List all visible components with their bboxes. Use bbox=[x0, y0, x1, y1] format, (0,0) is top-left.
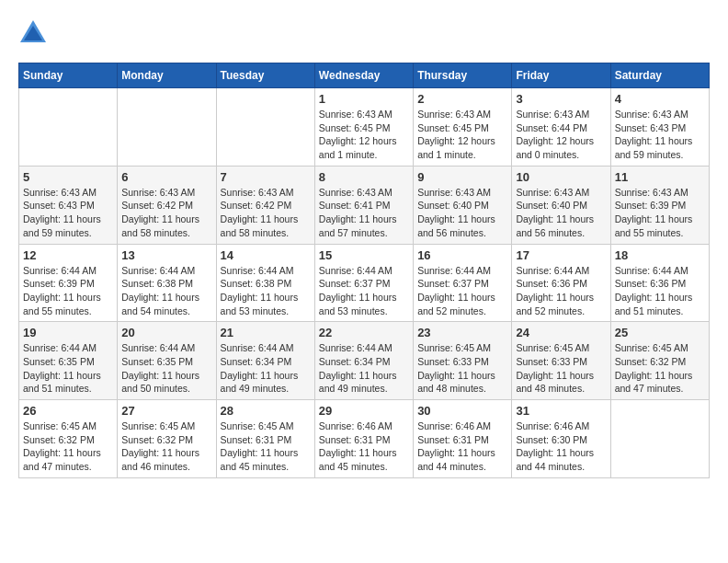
calendar-cell: 12Sunrise: 6:44 AM Sunset: 6:39 PM Dayli… bbox=[19, 244, 118, 322]
day-info: Sunrise: 6:43 AM Sunset: 6:45 PM Dayligh… bbox=[417, 108, 507, 162]
weekday-header-saturday: Saturday bbox=[610, 63, 709, 88]
day-number: 22 bbox=[319, 326, 409, 339]
calendar-cell: 27Sunrise: 6:45 AM Sunset: 6:32 PM Dayli… bbox=[118, 400, 216, 478]
calendar-week-2: 5Sunrise: 6:43 AM Sunset: 6:43 PM Daylig… bbox=[19, 166, 710, 244]
day-number: 11 bbox=[615, 170, 705, 184]
weekday-header-monday: Monday bbox=[118, 63, 216, 88]
day-info: Sunrise: 6:44 AM Sunset: 6:37 PM Dayligh… bbox=[319, 264, 409, 318]
day-info: Sunrise: 6:45 AM Sunset: 6:33 PM Dayligh… bbox=[417, 341, 507, 396]
day-info: Sunrise: 6:44 AM Sunset: 6:35 PM Dayligh… bbox=[121, 341, 211, 396]
day-info: Sunrise: 6:44 AM Sunset: 6:34 PM Dayligh… bbox=[221, 341, 311, 396]
weekday-header-row: SundayMondayTuesdayWednesdayThursdayFrid… bbox=[19, 63, 710, 88]
day-number: 23 bbox=[417, 326, 507, 339]
day-info: Sunrise: 6:43 AM Sunset: 6:44 PM Dayligh… bbox=[516, 108, 606, 162]
day-number: 31 bbox=[516, 404, 606, 418]
calendar-cell bbox=[19, 88, 118, 167]
day-number: 29 bbox=[319, 404, 409, 418]
calendar-week-3: 12Sunrise: 6:44 AM Sunset: 6:39 PM Dayli… bbox=[19, 244, 710, 322]
calendar-cell: 25Sunrise: 6:45 AM Sunset: 6:32 PM Dayli… bbox=[610, 322, 709, 400]
day-info: Sunrise: 6:45 AM Sunset: 6:32 PM Dayligh… bbox=[615, 341, 705, 396]
day-info: Sunrise: 6:44 AM Sunset: 6:36 PM Dayligh… bbox=[615, 264, 705, 318]
day-info: Sunrise: 6:43 AM Sunset: 6:42 PM Dayligh… bbox=[121, 186, 211, 240]
weekday-header-thursday: Thursday bbox=[414, 63, 512, 88]
calendar-cell: 4Sunrise: 6:43 AM Sunset: 6:43 PM Daylig… bbox=[610, 88, 709, 167]
calendar-cell: 8Sunrise: 6:43 AM Sunset: 6:41 PM Daylig… bbox=[314, 166, 413, 244]
calendar-week-5: 26Sunrise: 6:45 AM Sunset: 6:32 PM Dayli… bbox=[19, 400, 710, 478]
day-number: 17 bbox=[516, 248, 606, 262]
calendar-cell: 3Sunrise: 6:43 AM Sunset: 6:44 PM Daylig… bbox=[512, 88, 610, 167]
calendar-cell: 28Sunrise: 6:45 AM Sunset: 6:31 PM Dayli… bbox=[216, 400, 314, 478]
calendar-cell: 31Sunrise: 6:46 AM Sunset: 6:30 PM Dayli… bbox=[512, 400, 610, 478]
calendar-table: SundayMondayTuesdayWednesdayThursdayFrid… bbox=[18, 63, 710, 478]
day-number: 28 bbox=[221, 404, 311, 418]
calendar-cell bbox=[216, 88, 314, 167]
day-number: 9 bbox=[417, 170, 507, 184]
day-info: Sunrise: 6:43 AM Sunset: 6:43 PM Dayligh… bbox=[615, 108, 705, 162]
calendar-cell: 15Sunrise: 6:44 AM Sunset: 6:37 PM Dayli… bbox=[314, 244, 413, 322]
calendar-cell: 29Sunrise: 6:46 AM Sunset: 6:31 PM Dayli… bbox=[314, 400, 413, 478]
calendar-cell bbox=[610, 400, 709, 478]
calendar-cell: 18Sunrise: 6:44 AM Sunset: 6:36 PM Dayli… bbox=[610, 244, 709, 322]
day-info: Sunrise: 6:45 AM Sunset: 6:32 PM Dayligh… bbox=[23, 419, 113, 474]
calendar-cell: 16Sunrise: 6:44 AM Sunset: 6:37 PM Dayli… bbox=[414, 244, 512, 322]
calendar-cell: 22Sunrise: 6:44 AM Sunset: 6:34 PM Dayli… bbox=[314, 322, 413, 400]
calendar-cell: 21Sunrise: 6:44 AM Sunset: 6:34 PM Dayli… bbox=[216, 322, 314, 400]
logo bbox=[18, 18, 51, 48]
day-number: 25 bbox=[615, 326, 705, 339]
day-info: Sunrise: 6:43 AM Sunset: 6:40 PM Dayligh… bbox=[516, 186, 606, 240]
day-number: 5 bbox=[23, 170, 113, 184]
weekday-header-friday: Friday bbox=[512, 63, 610, 88]
day-info: Sunrise: 6:44 AM Sunset: 6:38 PM Dayligh… bbox=[121, 264, 211, 318]
day-number: 18 bbox=[615, 248, 705, 262]
calendar-cell: 2Sunrise: 6:43 AM Sunset: 6:45 PM Daylig… bbox=[414, 88, 512, 167]
calendar-cell: 13Sunrise: 6:44 AM Sunset: 6:38 PM Dayli… bbox=[118, 244, 216, 322]
day-number: 27 bbox=[121, 404, 211, 418]
day-info: Sunrise: 6:43 AM Sunset: 6:45 PM Dayligh… bbox=[319, 108, 409, 162]
logo-icon bbox=[18, 18, 48, 48]
calendar-cell: 9Sunrise: 6:43 AM Sunset: 6:40 PM Daylig… bbox=[414, 166, 512, 244]
day-number: 15 bbox=[319, 248, 409, 262]
day-info: Sunrise: 6:43 AM Sunset: 6:43 PM Dayligh… bbox=[23, 186, 113, 240]
calendar-cell: 7Sunrise: 6:43 AM Sunset: 6:42 PM Daylig… bbox=[216, 166, 314, 244]
calendar-week-4: 19Sunrise: 6:44 AM Sunset: 6:35 PM Dayli… bbox=[19, 322, 710, 400]
day-info: Sunrise: 6:43 AM Sunset: 6:40 PM Dayligh… bbox=[417, 186, 507, 240]
calendar-cell: 5Sunrise: 6:43 AM Sunset: 6:43 PM Daylig… bbox=[19, 166, 118, 244]
day-info: Sunrise: 6:46 AM Sunset: 6:30 PM Dayligh… bbox=[516, 419, 606, 474]
calendar-header: SundayMondayTuesdayWednesdayThursdayFrid… bbox=[19, 63, 710, 88]
calendar-cell: 20Sunrise: 6:44 AM Sunset: 6:35 PM Dayli… bbox=[118, 322, 216, 400]
calendar-cell: 26Sunrise: 6:45 AM Sunset: 6:32 PM Dayli… bbox=[19, 400, 118, 478]
day-number: 12 bbox=[23, 248, 113, 262]
calendar-body: 1Sunrise: 6:43 AM Sunset: 6:45 PM Daylig… bbox=[19, 88, 710, 478]
day-number: 8 bbox=[319, 170, 409, 184]
weekday-header-tuesday: Tuesday bbox=[216, 63, 314, 88]
weekday-header-sunday: Sunday bbox=[19, 63, 118, 88]
calendar-week-1: 1Sunrise: 6:43 AM Sunset: 6:45 PM Daylig… bbox=[19, 88, 710, 167]
day-number: 1 bbox=[319, 92, 409, 106]
day-number: 24 bbox=[516, 326, 606, 339]
calendar-cell: 19Sunrise: 6:44 AM Sunset: 6:35 PM Dayli… bbox=[19, 322, 118, 400]
day-info: Sunrise: 6:44 AM Sunset: 6:38 PM Dayligh… bbox=[221, 264, 311, 318]
calendar-cell: 6Sunrise: 6:43 AM Sunset: 6:42 PM Daylig… bbox=[118, 166, 216, 244]
day-number: 26 bbox=[23, 404, 113, 418]
day-number: 10 bbox=[516, 170, 606, 184]
day-number: 6 bbox=[121, 170, 211, 184]
day-info: Sunrise: 6:44 AM Sunset: 6:36 PM Dayligh… bbox=[516, 264, 606, 318]
calendar-cell: 1Sunrise: 6:43 AM Sunset: 6:45 PM Daylig… bbox=[314, 88, 413, 167]
day-number: 20 bbox=[121, 326, 211, 339]
calendar-cell: 17Sunrise: 6:44 AM Sunset: 6:36 PM Dayli… bbox=[512, 244, 610, 322]
day-number: 3 bbox=[516, 92, 606, 106]
calendar-cell: 23Sunrise: 6:45 AM Sunset: 6:33 PM Dayli… bbox=[414, 322, 512, 400]
day-info: Sunrise: 6:44 AM Sunset: 6:34 PM Dayligh… bbox=[319, 341, 409, 396]
day-info: Sunrise: 6:45 AM Sunset: 6:33 PM Dayligh… bbox=[516, 341, 606, 396]
weekday-header-wednesday: Wednesday bbox=[314, 63, 413, 88]
calendar-cell: 24Sunrise: 6:45 AM Sunset: 6:33 PM Dayli… bbox=[512, 322, 610, 400]
calendar-cell: 14Sunrise: 6:44 AM Sunset: 6:38 PM Dayli… bbox=[216, 244, 314, 322]
day-info: Sunrise: 6:45 AM Sunset: 6:32 PM Dayligh… bbox=[121, 419, 211, 474]
day-info: Sunrise: 6:43 AM Sunset: 6:41 PM Dayligh… bbox=[319, 186, 409, 240]
day-number: 19 bbox=[23, 326, 113, 339]
day-info: Sunrise: 6:45 AM Sunset: 6:31 PM Dayligh… bbox=[221, 419, 311, 474]
day-info: Sunrise: 6:44 AM Sunset: 6:35 PM Dayligh… bbox=[23, 341, 113, 396]
day-info: Sunrise: 6:43 AM Sunset: 6:39 PM Dayligh… bbox=[615, 186, 705, 240]
day-number: 14 bbox=[221, 248, 311, 262]
day-number: 4 bbox=[615, 92, 705, 106]
